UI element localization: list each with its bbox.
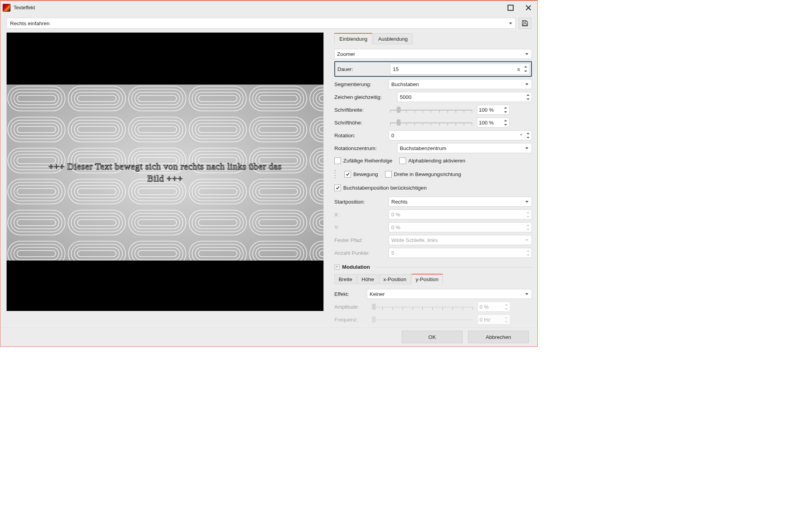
bewegung-label: Bewegung bbox=[353, 171, 378, 177]
close-icon bbox=[525, 4, 532, 11]
schriftbreite-slider[interactable] bbox=[389, 105, 474, 114]
punkte-value: 5 bbox=[391, 250, 394, 256]
zeichen-row: Zeichen gleichzeitig: 5000 bbox=[334, 92, 532, 102]
dauer-unit: s bbox=[517, 66, 520, 72]
rotation-field[interactable]: 0 ° bbox=[389, 130, 532, 140]
form: Zoomer Dauer: 15 s Segmentierung: Bu bbox=[334, 45, 532, 327]
dauer-spinners[interactable] bbox=[523, 64, 528, 74]
subtab-yposition[interactable]: y-Position bbox=[411, 274, 443, 284]
checkbox-icon bbox=[399, 157, 406, 164]
tab-einblendung[interactable]: Einblendung bbox=[334, 33, 372, 44]
schrifthoehe-label: Schrifthöhe: bbox=[334, 120, 385, 126]
check-row-2: Bewegung Drehe in Bewegungsrichtung bbox=[334, 169, 532, 179]
chevron-down-icon bbox=[525, 53, 528, 55]
zeichen-label: Zeichen gleichzeitig: bbox=[334, 94, 394, 100]
rotation-row: Rotation: 0 ° bbox=[334, 130, 532, 141]
punkte-field: 5 bbox=[389, 248, 532, 258]
amplitude-slider bbox=[371, 302, 475, 311]
preview-canvas: +++ Dieser Text bewegt sich von rechts n… bbox=[7, 33, 323, 311]
preset-row: Rechts einfahren bbox=[0, 13, 537, 33]
alpha-check[interactable]: Alphablending aktivieren bbox=[399, 157, 465, 164]
segmentierung-row: Segmentierung: Buchstaben bbox=[334, 79, 532, 90]
alpha-label: Alphablending aktivieren bbox=[408, 158, 465, 164]
y-field: 0 % bbox=[389, 222, 532, 232]
modulation-tabs: Breite Höhe x-Position y-Position bbox=[334, 274, 532, 284]
frequenz-slider bbox=[371, 315, 475, 324]
segmentierung-dropdown[interactable]: Buchstaben bbox=[389, 79, 532, 89]
chevron-down-icon bbox=[525, 239, 528, 241]
grip-icon[interactable] bbox=[334, 170, 336, 178]
amplitude-row: Amplitude: 0 % bbox=[334, 301, 532, 312]
effekt-dropdown[interactable]: Keiner bbox=[367, 289, 532, 299]
amplitude-value-box: 0 % bbox=[478, 302, 510, 312]
tab-ausblendung[interactable]: Ausblendung bbox=[373, 33, 413, 44]
preset-dropdown[interactable]: Rechts einfahren bbox=[7, 18, 516, 29]
rotzentrum-label: Rotationszentrum: bbox=[334, 145, 394, 151]
frequenz-row: Frequenz: 0 Hz bbox=[334, 314, 532, 325]
chevron-down-icon bbox=[525, 147, 528, 149]
schrifthoehe-slider[interactable] bbox=[389, 118, 474, 127]
y-value: 0 % bbox=[391, 225, 400, 230]
zeichen-spinners[interactable] bbox=[525, 93, 531, 101]
checkbox-icon bbox=[344, 171, 351, 178]
modulation-title: Modulation bbox=[342, 264, 370, 270]
svg-rect-0 bbox=[508, 5, 513, 10]
drehe-label: Drehe in Bewegungsrichtung bbox=[394, 171, 461, 177]
ok-button[interactable]: OK bbox=[402, 331, 463, 343]
svg-rect-2 bbox=[524, 21, 526, 22]
x-row: X: 0 % bbox=[334, 209, 532, 220]
window-buttons bbox=[502, 2, 537, 13]
maximize-icon bbox=[507, 4, 514, 11]
texteffekt-dialog: Texteffekt Rechts einfahren bbox=[0, 0, 538, 347]
startpos-row: Startposition: Rechts bbox=[334, 196, 532, 207]
maximize-button[interactable] bbox=[502, 2, 520, 13]
checkbox-icon bbox=[334, 185, 341, 191]
check-row-1: Zufällige Reihenfolge Alphablending akti… bbox=[334, 155, 532, 166]
subtab-breite[interactable]: Breite bbox=[334, 274, 356, 284]
x-value: 0 % bbox=[391, 212, 400, 218]
zufaellig-check[interactable]: Zufällige Reihenfolge bbox=[334, 157, 392, 164]
punkte-row: Anzahl Punkte: 5 bbox=[334, 247, 532, 258]
dauer-label: Dauer: bbox=[337, 66, 387, 72]
close-button[interactable] bbox=[520, 2, 537, 13]
modulation-section-header[interactable]: − Modulation bbox=[334, 264, 532, 270]
y-label: Y: bbox=[334, 225, 385, 230]
bewegung-check[interactable]: Bewegung bbox=[344, 171, 378, 178]
window-title: Texteffekt bbox=[14, 5, 35, 10]
fade-tabs: Einblendung Ausblendung bbox=[334, 33, 532, 45]
startpos-dropdown[interactable]: Rechts bbox=[389, 197, 532, 207]
x-label: X: bbox=[334, 212, 385, 218]
segmentierung-label: Segmentierung: bbox=[334, 81, 385, 87]
frequenz-value-box: 0 Hz bbox=[478, 314, 510, 325]
content: +++ Dieser Text bewegt sich von rechts n… bbox=[0, 33, 537, 327]
rotzentrum-dropdown[interactable]: Buchstabenzentrum bbox=[397, 143, 532, 153]
checkbox-icon bbox=[334, 157, 341, 164]
preset-value: Rechts einfahren bbox=[10, 21, 50, 26]
schriftbreite-value-box[interactable]: 100 % bbox=[477, 105, 509, 115]
titlebar: Texteffekt bbox=[0, 1, 537, 13]
cancel-button[interactable]: Abbrechen bbox=[468, 331, 529, 343]
subtab-hoehe[interactable]: Höhe bbox=[357, 274, 378, 284]
schrifthoehe-value-box[interactable]: 100 % bbox=[477, 117, 509, 128]
effekt-row: Effekt: Keiner bbox=[334, 288, 532, 299]
collapse-icon: − bbox=[334, 264, 340, 270]
rotation-value: 0 bbox=[391, 133, 394, 138]
chevron-down-icon bbox=[525, 83, 528, 85]
punkte-label: Anzahl Punkte: bbox=[334, 250, 385, 256]
chevron-down-icon bbox=[509, 22, 512, 24]
effekt-value: Keiner bbox=[370, 291, 385, 297]
preview-pattern: +++ Dieser Text bewegt sich von rechts n… bbox=[7, 85, 323, 261]
preview-pane: +++ Dieser Text bewegt sich von rechts n… bbox=[0, 33, 330, 327]
zufaellig-label: Zufällige Reihenfolge bbox=[343, 158, 392, 164]
dauer-field[interactable]: 15 s bbox=[390, 64, 530, 74]
buchstabenpos-check[interactable]: Buchstabenposition berücksichtigen bbox=[334, 185, 427, 191]
zoomer-dropdown[interactable]: Zoomer bbox=[334, 49, 532, 59]
rotation-label: Rotation: bbox=[334, 133, 385, 138]
subtab-xposition[interactable]: x-Position bbox=[379, 274, 411, 284]
segmentierung-value: Buchstaben bbox=[391, 81, 419, 87]
drehe-check[interactable]: Drehe in Bewegungsrichtung bbox=[385, 171, 461, 178]
x-field: 0 % bbox=[389, 209, 532, 219]
zeichen-field[interactable]: 5000 bbox=[397, 92, 532, 102]
save-preset-button[interactable] bbox=[519, 18, 531, 29]
pfad-dropdown: Wilde Schleife, links bbox=[389, 235, 532, 245]
